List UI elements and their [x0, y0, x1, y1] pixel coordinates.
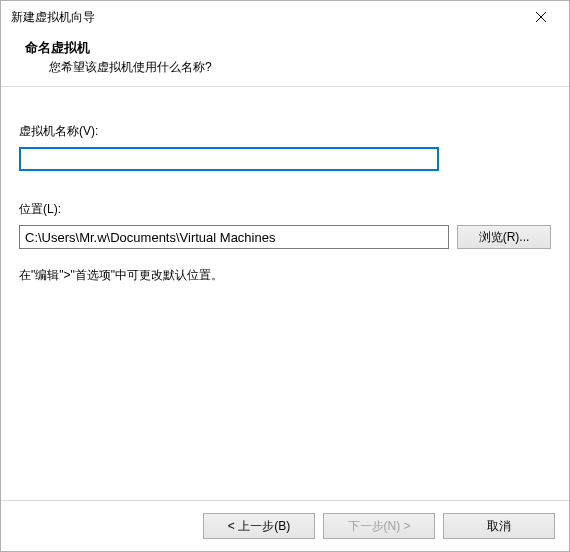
vm-name-label: 虚拟机名称(V): — [19, 123, 551, 140]
wizard-footer: < 上一步(B) 下一步(N) > 取消 — [1, 500, 569, 551]
wizard-window: 新建虚拟机向导 命名虚拟机 您希望该虚拟机使用什么名称? 虚拟机名称(V): 位… — [0, 0, 570, 552]
browse-button[interactable]: 浏览(R)... — [457, 225, 551, 249]
wizard-header: 命名虚拟机 您希望该虚拟机使用什么名称? — [1, 33, 569, 87]
location-row: 浏览(R)... — [19, 225, 551, 249]
vm-name-input[interactable] — [19, 147, 439, 171]
location-input[interactable] — [19, 225, 449, 249]
window-title: 新建虚拟机向导 — [11, 9, 521, 26]
location-hint: 在"编辑">"首选项"中可更改默认位置。 — [19, 267, 551, 284]
page-title: 命名虚拟机 — [25, 39, 555, 57]
wizard-body: 虚拟机名称(V): 位置(L): 浏览(R)... 在"编辑">"首选项"中可更… — [1, 87, 569, 500]
page-description: 您希望该虚拟机使用什么名称? — [25, 59, 555, 76]
close-icon — [536, 12, 546, 22]
next-button[interactable]: 下一步(N) > — [323, 513, 435, 539]
titlebar: 新建虚拟机向导 — [1, 1, 569, 33]
cancel-button[interactable]: 取消 — [443, 513, 555, 539]
location-label: 位置(L): — [19, 201, 551, 218]
close-button[interactable] — [521, 3, 561, 31]
back-button[interactable]: < 上一步(B) — [203, 513, 315, 539]
